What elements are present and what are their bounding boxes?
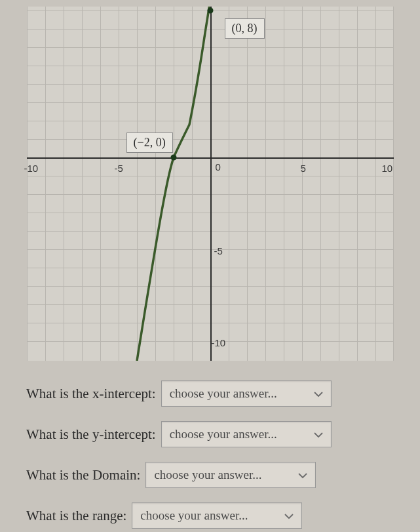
dropdown-x-intercept[interactable]: choose your answer... [161,380,332,407]
dropdown-placeholder: choose your answer... [170,386,277,401]
dropdown-placeholder: choose your answer... [170,427,277,441]
label-x-intercept: (−2, 0) [126,133,173,153]
tick-x0: 0 [216,161,221,173]
dropdown-y-intercept[interactable]: choose your answer... [161,421,332,447]
tick-x5: 5 [301,163,306,174]
chevron-down-icon [314,427,323,441]
tick-ym10: -10 [212,337,226,348]
question-label: What is the y-intercept: [26,426,156,443]
question-list: What is the x-intercept: choose your ans… [0,361,420,529]
dropdown-placeholder: choose your answer... [140,508,248,523]
label-y-intercept: (0, 8) [225,18,265,39]
dropdown-range[interactable]: choose your answer... [132,502,302,529]
coordinate-graph: -10 -5 0 5 10 -5 -10 (−2, 0) (0, 8) [27,7,394,361]
question-domain: What is the Domain: choose your answer..… [26,462,394,488]
dropdown-placeholder: choose your answer... [154,468,261,482]
question-x-intercept: What is the x-intercept: choose your ans… [26,380,394,407]
chevron-down-icon [298,468,307,482]
chevron-down-icon [314,386,323,401]
dropdown-domain[interactable]: choose your answer... [145,462,316,488]
tick-xm10: -10 [24,163,39,174]
tick-ym5: -5 [214,245,223,256]
tick-xm5: -5 [115,163,123,174]
point-x-intercept [170,155,176,161]
question-range: What is the range: choose your answer... [26,502,394,529]
y-axis [210,7,212,361]
question-label: What is the x-intercept: [26,386,156,402]
question-label: What is the Domain: [26,467,140,483]
tick-x10: 10 [382,163,393,174]
point-y-intercept [207,8,213,14]
chevron-down-icon [284,508,294,523]
question-y-intercept: What is the y-intercept: choose your ans… [26,421,394,447]
question-label: What is the range: [26,508,126,524]
